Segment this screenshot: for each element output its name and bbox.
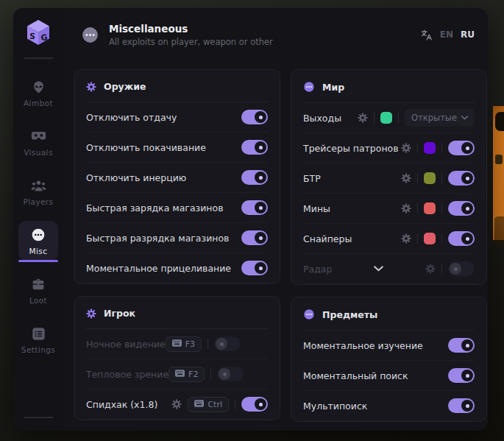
sidebar-item-loot[interactable]: Loot — [18, 270, 58, 310]
gear-icon[interactable] — [401, 143, 411, 153]
hotkey-badge[interactable]: F3 — [166, 336, 202, 352]
color-swatch[interactable] — [424, 233, 436, 244]
color-swatch[interactable] — [424, 172, 436, 184]
row-controls — [401, 171, 475, 186]
sidebar-item-misc[interactable]: Misc — [18, 221, 58, 261]
toggle-switch[interactable] — [241, 200, 268, 215]
gear-icon[interactable] — [358, 113, 368, 123]
sidebar-item-aimbot[interactable]: Aimbot — [18, 73, 58, 113]
content-area: ОружиеОтключить отдачуОтключить покачива… — [63, 61, 488, 431]
row-controls — [241, 200, 268, 215]
row-label: Моментальный поиск — [303, 370, 448, 381]
background-game-art — [493, 106, 504, 240]
section-title: Оружие — [104, 81, 146, 92]
toggle-knob — [461, 202, 473, 214]
language-option-en[interactable]: EN — [440, 29, 453, 40]
sidebar-item-settings[interactable]: Settings — [18, 320, 58, 359]
hotkey-label: F3 — [185, 339, 195, 349]
toggle-switch[interactable] — [241, 140, 268, 155]
separator — [441, 143, 442, 153]
hotkey-badge[interactable]: F2 — [168, 367, 205, 382]
row-controls: Открытые — [358, 109, 475, 127]
gear-icon[interactable] — [401, 203, 411, 214]
row-controls — [401, 201, 475, 216]
language-switcher: EN RU — [420, 29, 475, 41]
hotkey-badge[interactable]: Ctrl — [188, 397, 229, 412]
toggle-knob — [255, 172, 266, 183]
alien-icon — [32, 80, 46, 94]
toggle-switch[interactable] — [448, 231, 475, 246]
row-label: Отключить покачивание — [86, 142, 241, 153]
gear-icon — [86, 82, 96, 92]
toggle-switch[interactable] — [241, 397, 268, 412]
row-controls — [425, 261, 475, 276]
separator — [374, 113, 375, 123]
toggle-row: Моментальное прицеливание — [86, 253, 268, 283]
gear-icon[interactable] — [171, 399, 182, 409]
row-controls — [401, 141, 475, 155]
sidebar-divider — [24, 417, 53, 418]
briefcase-icon — [31, 277, 46, 292]
section-card: МирВыходыОткрытыеТрейсеры патроновБТРМин… — [291, 69, 487, 285]
toggle-switch[interactable] — [448, 171, 475, 186]
toggle-switch[interactable] — [241, 230, 268, 245]
color-swatch[interactable] — [380, 112, 392, 124]
toggle-switch[interactable] — [217, 367, 244, 381]
dropdown-select[interactable]: Открытые — [405, 109, 475, 127]
row-controls — [401, 231, 475, 246]
toggle-switch[interactable] — [448, 141, 475, 155]
row-controls — [241, 261, 268, 275]
chevron-down-icon[interactable] — [332, 266, 425, 272]
chevron-down-icon — [461, 116, 468, 120]
language-option-ru[interactable]: RU — [461, 29, 475, 40]
gear-icon — [86, 308, 96, 319]
color-swatch[interactable] — [424, 202, 436, 214]
row-controls — [448, 338, 475, 353]
gear-icon[interactable] — [401, 173, 411, 183]
separator — [207, 339, 208, 349]
sidebar-item-visuals[interactable]: Visuals — [18, 122, 58, 162]
toggle-switch[interactable] — [448, 368, 475, 383]
toggle-switch[interactable] — [448, 201, 475, 216]
toggle-switch[interactable] — [448, 398, 475, 413]
translate-icon — [420, 29, 433, 41]
toggle-knob — [255, 141, 266, 153]
dropdown-value: Открытые — [411, 113, 457, 123]
toggle-knob — [255, 111, 266, 123]
toggle-knob — [461, 172, 473, 184]
toggle-switch[interactable] — [214, 336, 241, 351]
toggle-switch[interactable] — [241, 170, 268, 185]
toggle-switch[interactable] — [241, 110, 268, 124]
row-label: Мультипоиск — [303, 401, 448, 412]
section-card: ПредметыМоментальное изучениеМоментальны… — [291, 297, 487, 422]
section-header: Мир — [303, 70, 475, 103]
gear-icon[interactable] — [401, 233, 411, 244]
gear-icon[interactable] — [425, 264, 436, 274]
toggle-row: Быстрая зарядка магазинов — [86, 193, 268, 223]
row-label: Отключить инерцию — [86, 172, 241, 183]
toggle-switch[interactable] — [241, 261, 268, 275]
toggle-switch[interactable] — [448, 338, 475, 353]
separator — [417, 233, 418, 244]
toggle-knob — [461, 233, 473, 244]
sidebar-item-label: Misc — [29, 247, 48, 255]
toggle-knob — [255, 262, 266, 274]
toggle-switch[interactable] — [448, 261, 475, 276]
row-label: Тепловое зрение — [86, 369, 168, 380]
toggle-row: Трейсеры патронов — [303, 133, 475, 163]
keyboard-icon — [172, 339, 182, 349]
keyboard-icon — [194, 400, 204, 409]
section-title: Мир — [322, 82, 344, 93]
separator — [210, 369, 211, 379]
section-title: Игрок — [104, 308, 135, 319]
sidebar-item-players[interactable]: Players — [18, 172, 58, 211]
hotkey-label: F2 — [188, 370, 198, 379]
main-area: Miscellaneous All exploits on player, we… — [63, 8, 488, 431]
toggle-row: Отключить покачивание — [86, 133, 268, 163]
color-swatch[interactable] — [424, 142, 436, 154]
row-label: Радар — [303, 264, 332, 275]
toggle-knob — [219, 368, 230, 380]
row-label: Ночное видение — [86, 339, 166, 350]
toggle-knob — [255, 232, 266, 244]
toggle-row: Отключить инерцию — [86, 163, 268, 193]
